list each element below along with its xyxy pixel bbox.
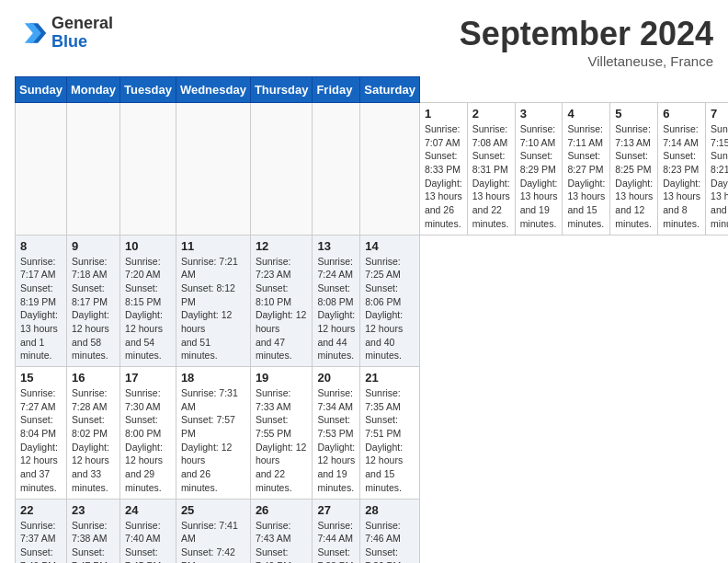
col-header-thursday: Thursday — [250, 77, 313, 103]
day-cell-1: 1Sunrise: 7:07 AMSunset: 8:33 PMDaylight… — [419, 103, 467, 236]
empty-cell — [66, 103, 119, 236]
col-header-friday: Friday — [313, 77, 360, 103]
day-info: Sunrise: 7:33 AMSunset: 7:55 PMDaylight:… — [256, 386, 308, 495]
col-header-saturday: Saturday — [360, 77, 420, 103]
day-number: 3 — [520, 107, 558, 121]
day-number: 1 — [425, 107, 462, 121]
day-info: Sunrise: 7:41 AMSunset: 7:42 PMDaylight:… — [181, 519, 245, 564]
day-info: Sunrise: 7:07 AMSunset: 8:33 PMDaylight:… — [425, 122, 462, 231]
day-info: Sunrise: 7:37 AMSunset: 7:49 PMDaylight:… — [20, 519, 62, 564]
day-info: Sunrise: 7:13 AMSunset: 8:25 PMDaylight:… — [615, 122, 653, 231]
calendar-header-row: SundayMondayTuesdayWednesdayThursdayFrid… — [16, 77, 729, 103]
day-number: 27 — [317, 503, 355, 517]
day-number: 8 — [20, 239, 62, 253]
day-cell-12: 12Sunrise: 7:23 AMSunset: 8:10 PMDayligh… — [250, 235, 313, 367]
day-info: Sunrise: 7:43 AMSunset: 7:40 PMDaylight:… — [256, 519, 308, 564]
col-header-sunday: Sunday — [16, 77, 67, 103]
day-cell-6: 6Sunrise: 7:14 AMSunset: 8:23 PMDaylight… — [658, 103, 706, 236]
day-info: Sunrise: 7:35 AMSunset: 7:51 PMDaylight:… — [365, 386, 415, 495]
day-number: 6 — [663, 107, 700, 121]
location: Villetaneuse, France — [460, 53, 713, 69]
day-cell-20: 20Sunrise: 7:34 AMSunset: 7:53 PMDayligh… — [313, 367, 360, 500]
week-row-1: 1Sunrise: 7:07 AMSunset: 8:33 PMDaylight… — [16, 103, 729, 236]
empty-cell — [360, 103, 420, 236]
day-number: 17 — [125, 371, 171, 385]
day-cell-26: 26Sunrise: 7:43 AMSunset: 7:40 PMDayligh… — [250, 499, 313, 563]
day-number: 21 — [365, 371, 415, 385]
day-info: Sunrise: 7:24 AMSunset: 8:08 PMDaylight:… — [317, 255, 355, 363]
day-info: Sunrise: 7:40 AMSunset: 7:45 PMDaylight:… — [125, 519, 171, 564]
empty-cell — [313, 103, 360, 236]
day-info: Sunrise: 7:27 AMSunset: 8:04 PMDaylight:… — [20, 386, 62, 495]
day-cell-23: 23Sunrise: 7:38 AMSunset: 7:47 PMDayligh… — [66, 499, 119, 563]
week-row-3: 15Sunrise: 7:27 AMSunset: 8:04 PMDayligh… — [16, 367, 729, 500]
day-number: 24 — [125, 503, 171, 517]
day-cell-16: 16Sunrise: 7:28 AMSunset: 8:02 PMDayligh… — [66, 367, 119, 500]
day-number: 7 — [711, 107, 728, 121]
week-row-2: 8Sunrise: 7:17 AMSunset: 8:19 PMDaylight… — [16, 235, 729, 367]
logo-icon — [15, 17, 48, 50]
day-cell-21: 21Sunrise: 7:35 AMSunset: 7:51 PMDayligh… — [360, 367, 420, 500]
logo-blue: Blue — [51, 32, 87, 51]
day-cell-19: 19Sunrise: 7:33 AMSunset: 7:55 PMDayligh… — [250, 367, 313, 500]
title-block: September 2024 Villetaneuse, France — [460, 15, 713, 69]
day-cell-8: 8Sunrise: 7:17 AMSunset: 8:19 PMDaylight… — [16, 235, 67, 367]
day-number: 23 — [72, 503, 115, 517]
day-number: 5 — [615, 107, 653, 121]
day-cell-7: 7Sunrise: 7:15 AMSunset: 8:21 PMDaylight… — [706, 103, 728, 236]
logo-text: General Blue — [51, 15, 113, 52]
day-info: Sunrise: 7:46 AMSunset: 7:36 PMDaylight:… — [365, 519, 415, 564]
day-cell-4: 4Sunrise: 7:11 AMSunset: 8:27 PMDaylight… — [563, 103, 610, 236]
day-number: 25 — [181, 503, 245, 517]
day-info: Sunrise: 7:23 AMSunset: 8:10 PMDaylight:… — [256, 255, 308, 363]
day-cell-28: 28Sunrise: 7:46 AMSunset: 7:36 PMDayligh… — [360, 499, 420, 563]
day-number: 18 — [181, 371, 245, 385]
day-info: Sunrise: 7:25 AMSunset: 8:06 PMDaylight:… — [365, 255, 415, 363]
day-number: 12 — [256, 239, 308, 253]
empty-cell — [250, 103, 313, 236]
day-info: Sunrise: 7:28 AMSunset: 8:02 PMDaylight:… — [72, 386, 115, 495]
day-cell-3: 3Sunrise: 7:10 AMSunset: 8:29 PMDaylight… — [515, 103, 563, 236]
day-info: Sunrise: 7:15 AMSunset: 8:21 PMDaylight:… — [711, 122, 728, 231]
empty-cell — [16, 103, 67, 236]
day-info: Sunrise: 7:08 AMSunset: 8:31 PMDaylight:… — [472, 122, 510, 231]
day-cell-24: 24Sunrise: 7:40 AMSunset: 7:45 PMDayligh… — [120, 499, 176, 563]
week-row-4: 22Sunrise: 7:37 AMSunset: 7:49 PMDayligh… — [16, 499, 729, 563]
month-title: September 2024 — [460, 15, 713, 53]
day-number: 14 — [365, 239, 415, 253]
day-info: Sunrise: 7:10 AMSunset: 8:29 PMDaylight:… — [520, 122, 558, 231]
col-header-wednesday: Wednesday — [176, 77, 250, 103]
day-number: 15 — [20, 371, 62, 385]
day-cell-14: 14Sunrise: 7:25 AMSunset: 8:06 PMDayligh… — [360, 235, 420, 367]
day-info: Sunrise: 7:11 AMSunset: 8:27 PMDaylight:… — [567, 122, 605, 231]
calendar-table: SundayMondayTuesdayWednesdayThursdayFrid… — [15, 76, 728, 563]
day-info: Sunrise: 7:21 AMSunset: 8:12 PMDaylight:… — [181, 255, 245, 363]
day-number: 11 — [181, 239, 245, 253]
day-cell-10: 10Sunrise: 7:20 AMSunset: 8:15 PMDayligh… — [120, 235, 176, 367]
day-number: 22 — [20, 503, 62, 517]
empty-cell — [120, 103, 176, 236]
day-number: 10 — [125, 239, 171, 253]
day-cell-13: 13Sunrise: 7:24 AMSunset: 8:08 PMDayligh… — [313, 235, 360, 367]
day-number: 9 — [72, 239, 115, 253]
col-header-monday: Monday — [66, 77, 119, 103]
day-cell-11: 11Sunrise: 7:21 AMSunset: 8:12 PMDayligh… — [176, 235, 250, 367]
day-number: 13 — [317, 239, 355, 253]
day-cell-5: 5Sunrise: 7:13 AMSunset: 8:25 PMDaylight… — [610, 103, 658, 236]
day-cell-15: 15Sunrise: 7:27 AMSunset: 8:04 PMDayligh… — [16, 367, 67, 500]
day-info: Sunrise: 7:14 AMSunset: 8:23 PMDaylight:… — [663, 122, 700, 231]
day-number: 20 — [317, 371, 355, 385]
empty-cell — [176, 103, 250, 236]
day-number: 19 — [256, 371, 308, 385]
logo: General Blue — [15, 15, 113, 52]
day-info: Sunrise: 7:20 AMSunset: 8:15 PMDaylight:… — [125, 255, 171, 363]
day-number: 28 — [365, 503, 415, 517]
day-cell-2: 2Sunrise: 7:08 AMSunset: 8:31 PMDaylight… — [467, 103, 515, 236]
day-info: Sunrise: 7:44 AMSunset: 7:38 PMDaylight:… — [317, 519, 355, 564]
day-cell-18: 18Sunrise: 7:31 AMSunset: 7:57 PMDayligh… — [176, 367, 250, 500]
day-number: 16 — [72, 371, 115, 385]
day-cell-25: 25Sunrise: 7:41 AMSunset: 7:42 PMDayligh… — [176, 499, 250, 563]
day-cell-22: 22Sunrise: 7:37 AMSunset: 7:49 PMDayligh… — [16, 499, 67, 563]
day-info: Sunrise: 7:34 AMSunset: 7:53 PMDaylight:… — [317, 386, 355, 495]
day-number: 2 — [472, 107, 510, 121]
